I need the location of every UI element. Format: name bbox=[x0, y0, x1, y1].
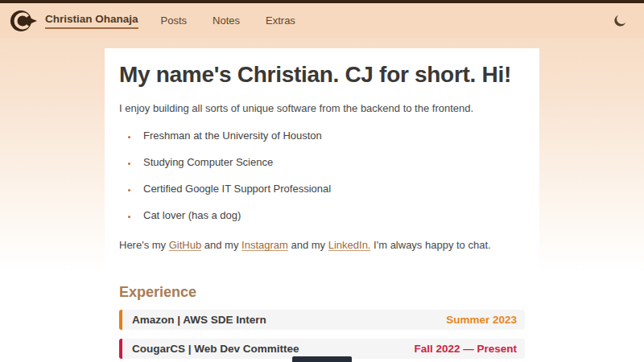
brand-link[interactable]: Christian Ohanaja bbox=[45, 13, 138, 29]
list-item: Certified Google IT Support Professional bbox=[138, 182, 525, 197]
page-title: My name's Christian. CJ for short. Hi! bbox=[119, 61, 525, 88]
github-link[interactable]: GitHub bbox=[169, 239, 201, 251]
facts-list: Freshman at the University of Houston St… bbox=[138, 129, 525, 223]
links-prefix: Here's my bbox=[119, 239, 169, 251]
social-links-paragraph: Here's my GitHub and my Instagram and my… bbox=[119, 237, 525, 253]
intro-paragraph: I enjoy building all sorts of unique sof… bbox=[119, 101, 525, 117]
nav-item-posts[interactable]: Posts bbox=[161, 14, 188, 27]
navbar: Christian Ohanaja Posts Notes Extras bbox=[0, 0, 644, 38]
moon-icon bbox=[612, 13, 628, 29]
main-content-card: My name's Christian. CJ for short. Hi! I… bbox=[105, 48, 539, 362]
nav-item-extras[interactable]: Extras bbox=[266, 14, 295, 27]
site-logo-icon[interactable] bbox=[10, 9, 37, 33]
nav-item-notes[interactable]: Notes bbox=[213, 14, 240, 27]
primary-nav: Posts Notes Extras bbox=[161, 14, 295, 27]
footer-peek-bar bbox=[292, 356, 352, 362]
experience-title: CougarCS | Web Dev Committee bbox=[132, 343, 299, 355]
links-suffix: I'm always happy to chat. bbox=[370, 239, 490, 251]
experience-period: Summer 2023 bbox=[446, 314, 517, 326]
experience-heading: Experience bbox=[119, 284, 525, 301]
links-mid1: and my bbox=[201, 239, 242, 251]
list-item: Studying Computer Science bbox=[138, 155, 525, 171]
theme-toggle-button[interactable] bbox=[610, 11, 630, 31]
experience-row-amazon: Amazon | AWS SDE Intern Summer 2023 bbox=[119, 310, 525, 330]
instagram-link[interactable]: Instagram bbox=[242, 239, 288, 251]
linkedin-link[interactable]: LinkedIn. bbox=[328, 239, 371, 251]
list-item: Cat lover (has a dog) bbox=[138, 208, 525, 224]
experience-period: Fall 2022 — Present bbox=[414, 343, 517, 355]
list-item: Freshman at the University of Houston bbox=[138, 129, 525, 144]
experience-title: Amazon | AWS SDE Intern bbox=[132, 314, 266, 326]
links-mid2: and my bbox=[288, 239, 328, 251]
